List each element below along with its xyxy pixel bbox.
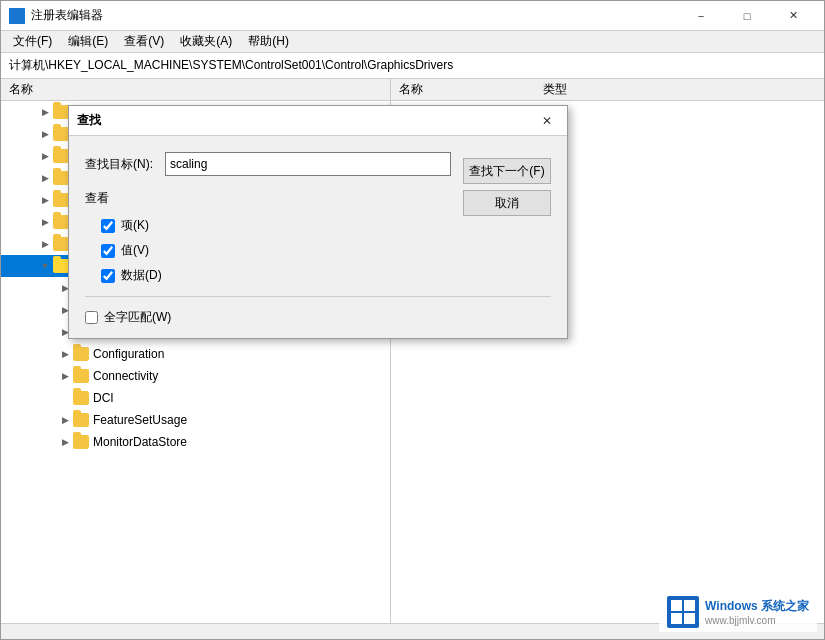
full-match-row: 全字匹配(W): [85, 309, 551, 326]
expander-icon: ▶: [57, 434, 73, 450]
folder-icon: [53, 215, 69, 229]
tree-label: FeatureSetUsage: [93, 413, 187, 427]
expander-icon: [57, 390, 73, 406]
expander-icon: ▶: [57, 412, 73, 428]
full-match-label[interactable]: 全字匹配(W): [104, 309, 171, 326]
folder-icon: [73, 413, 89, 427]
checkbox-label-data[interactable]: 数据(D): [121, 267, 162, 284]
tree-item-monitordatastore[interactable]: ▶ MonitorDataStore: [1, 431, 390, 453]
app-icon: [9, 8, 25, 24]
expander-icon: ▶: [37, 192, 53, 208]
folder-icon-open: [53, 259, 69, 273]
watermark-brand: Windows 系统之家: [705, 598, 809, 615]
watermark-text-block: Windows 系统之家 www.bjjmlv.com: [705, 598, 809, 626]
tree-item-configuration[interactable]: ▶ Configuration: [1, 343, 390, 365]
svg-rect-3: [18, 17, 24, 23]
tree-item-featuresetusage[interactable]: ▶ FeatureSetUsage: [1, 409, 390, 431]
menu-help[interactable]: 帮助(H): [240, 31, 297, 52]
svg-rect-5: [684, 600, 695, 611]
dialog-body: 查找目标(N): 查看 项(K) 值(V): [69, 136, 567, 338]
right-column-type: 类型: [543, 81, 567, 98]
tree-label: DCI: [93, 391, 114, 405]
dialog-separator: [85, 296, 551, 297]
dialog-title-bar: 查找 ✕: [69, 106, 567, 136]
svg-rect-2: [10, 17, 16, 23]
tree-label: MonitorDataStore: [93, 435, 187, 449]
address-text: 计算机\HKEY_LOCAL_MACHINE\SYSTEM\ControlSet…: [9, 57, 453, 74]
menu-file[interactable]: 文件(F): [5, 31, 60, 52]
watermark-logo: [667, 596, 699, 628]
checkbox-items[interactable]: [101, 219, 115, 233]
checkbox-label-items[interactable]: 项(K): [121, 217, 149, 234]
right-column-name: 名称: [399, 81, 423, 98]
watermark-site: www.bjjmlv.com: [705, 615, 809, 626]
tree-item-dci[interactable]: DCI: [1, 387, 390, 409]
full-match-checkbox[interactable]: [85, 311, 98, 324]
svg-rect-0: [10, 9, 16, 15]
right-header: 名称 类型: [391, 79, 824, 101]
window-title: 注册表编辑器: [31, 7, 678, 24]
close-button[interactable]: ✕: [770, 1, 816, 31]
tree-label: Configuration: [93, 347, 164, 361]
svg-rect-4: [671, 600, 682, 611]
watermark: Windows 系统之家 www.bjjmlv.com: [659, 592, 817, 632]
expander-icon: ▶: [37, 214, 53, 230]
expander-icon: ▶: [37, 236, 53, 252]
expander-icon: ▶: [57, 368, 73, 384]
checkbox-values[interactable]: [101, 244, 115, 258]
find-input[interactable]: [165, 152, 451, 176]
dialog-buttons: 查找下一个(F) 取消: [463, 158, 551, 216]
tree-item-connectivity[interactable]: ▶ Connectivity: [1, 365, 390, 387]
expander-icon: ▶: [37, 148, 53, 164]
main-window: 注册表编辑器 − □ ✕ 文件(F) 编辑(E) 查看(V) 收藏夹(A) 帮助…: [0, 0, 825, 640]
folder-icon: [53, 193, 69, 207]
expander-icon: ▶: [37, 104, 53, 120]
menu-favorites[interactable]: 收藏夹(A): [172, 31, 240, 52]
checkbox-row-values: 值(V): [101, 242, 551, 259]
dialog-close-button[interactable]: ✕: [535, 109, 559, 133]
svg-rect-7: [684, 613, 695, 624]
checkbox-row-items: 项(K): [101, 217, 551, 234]
tree-label: Connectivity: [93, 369, 158, 383]
find-next-button[interactable]: 查找下一个(F): [463, 158, 551, 184]
cancel-button[interactable]: 取消: [463, 190, 551, 216]
folder-icon: [53, 127, 69, 141]
title-bar: 注册表编辑器 − □ ✕: [1, 1, 824, 31]
find-label: 查找目标(N):: [85, 156, 165, 173]
folder-icon: [73, 347, 89, 361]
expander-icon: ▼: [37, 258, 53, 274]
tree-column-name: 名称: [9, 81, 33, 98]
address-bar: 计算机\HKEY_LOCAL_MACHINE\SYSTEM\ControlSet…: [1, 53, 824, 79]
menu-edit[interactable]: 编辑(E): [60, 31, 116, 52]
folder-icon: [53, 149, 69, 163]
checkboxes-container: 项(K) 值(V) 数据(D): [101, 217, 551, 284]
maximize-button[interactable]: □: [724, 1, 770, 31]
minimize-button[interactable]: −: [678, 1, 724, 31]
window-controls: − □ ✕: [678, 1, 816, 31]
checkbox-label-values[interactable]: 值(V): [121, 242, 149, 259]
checkbox-data[interactable]: [101, 269, 115, 283]
folder-icon: [73, 435, 89, 449]
svg-rect-1: [18, 9, 24, 15]
tree-header: 名称: [1, 79, 390, 101]
checkbox-row-data: 数据(D): [101, 267, 551, 284]
dialog-title: 查找: [77, 112, 535, 129]
folder-icon: [73, 369, 89, 383]
menu-bar: 文件(F) 编辑(E) 查看(V) 收藏夹(A) 帮助(H): [1, 31, 824, 53]
folder-icon: [73, 391, 89, 405]
folder-icon: [53, 237, 69, 251]
find-dialog: 查找 ✕ 查找目标(N): 查看 项(K): [68, 105, 568, 339]
folder-icon: [53, 171, 69, 185]
expander-icon: ▶: [37, 126, 53, 142]
folder-icon: [53, 105, 69, 119]
menu-view[interactable]: 查看(V): [116, 31, 172, 52]
expander-icon: ▶: [37, 170, 53, 186]
svg-rect-6: [671, 613, 682, 624]
expander-icon: ▶: [57, 346, 73, 362]
